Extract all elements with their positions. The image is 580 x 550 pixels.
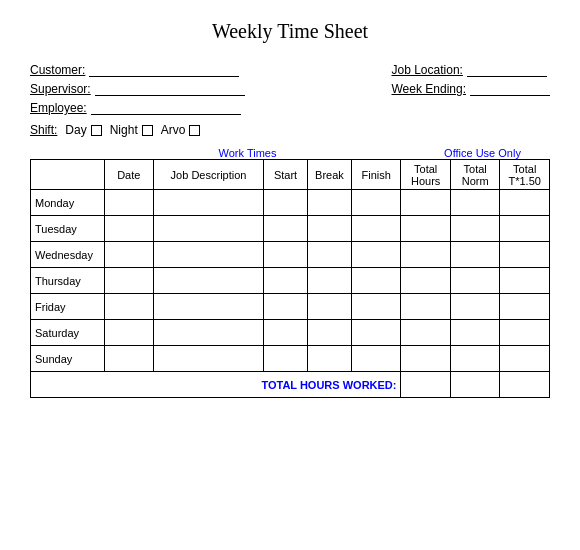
supervisor-row: Supervisor:	[30, 82, 245, 96]
data-cell[interactable]	[154, 294, 264, 320]
data-cell[interactable]	[154, 268, 264, 294]
table-row: Tuesday	[31, 216, 550, 242]
data-cell[interactable]	[500, 346, 550, 372]
table-row: Thursday	[31, 268, 550, 294]
shift-night-label: Night	[110, 123, 138, 137]
data-cell[interactable]	[401, 190, 450, 216]
data-cell[interactable]	[401, 268, 450, 294]
data-cell[interactable]	[154, 346, 264, 372]
data-cell[interactable]	[104, 190, 153, 216]
table-container: Work Times Office Use Only Date Job Desc…	[30, 147, 550, 398]
data-cell[interactable]	[308, 268, 352, 294]
shift-day-checkbox[interactable]	[91, 125, 102, 136]
data-cell[interactable]	[104, 268, 153, 294]
supervisor-label: Supervisor:	[30, 82, 91, 96]
shift-night-checkbox[interactable]	[142, 125, 153, 136]
data-cell[interactable]	[450, 320, 499, 346]
data-cell[interactable]	[264, 216, 308, 242]
data-cell[interactable]	[308, 346, 352, 372]
data-cell[interactable]	[450, 346, 499, 372]
data-cell[interactable]	[154, 242, 264, 268]
data-cell[interactable]	[104, 346, 153, 372]
data-cell[interactable]	[104, 216, 153, 242]
column-header-row: Date Job Description Start Break Finish …	[31, 160, 550, 190]
data-cell[interactable]	[308, 320, 352, 346]
data-cell[interactable]	[450, 294, 499, 320]
data-cell[interactable]	[500, 242, 550, 268]
customer-input-line	[89, 63, 239, 77]
day-cell-friday: Friday	[31, 294, 105, 320]
data-cell[interactable]	[351, 320, 400, 346]
total-hours-label: TOTAL HOURS WORKED:	[31, 372, 401, 398]
data-cell[interactable]	[351, 216, 400, 242]
shift-day-group: Day	[65, 123, 101, 137]
data-cell[interactable]	[104, 294, 153, 320]
data-cell[interactable]	[264, 190, 308, 216]
data-cell[interactable]	[264, 268, 308, 294]
work-times-header: Work Times	[30, 147, 415, 159]
data-cell[interactable]	[401, 216, 450, 242]
employee-label: Employee:	[30, 101, 87, 115]
total-value-cell[interactable]	[500, 372, 550, 398]
job-location-input-line	[467, 63, 547, 77]
office-use-header: Office Use Only	[415, 147, 550, 159]
total-value-cell[interactable]	[401, 372, 450, 398]
shift-arvo-label: Arvo	[161, 123, 186, 137]
data-cell[interactable]	[401, 346, 450, 372]
data-cell[interactable]	[351, 294, 400, 320]
form-left: Customer: Supervisor: Employee: Shift: D…	[30, 63, 245, 137]
data-cell[interactable]	[500, 268, 550, 294]
data-cell[interactable]	[500, 190, 550, 216]
data-cell[interactable]	[500, 216, 550, 242]
employee-input-line	[91, 101, 241, 115]
data-cell[interactable]	[401, 294, 450, 320]
total-row: TOTAL HOURS WORKED:	[31, 372, 550, 398]
data-cell[interactable]	[264, 346, 308, 372]
data-cell[interactable]	[154, 190, 264, 216]
data-cell[interactable]	[500, 320, 550, 346]
table-row: Saturday	[31, 320, 550, 346]
day-cell-wednesday: Wednesday	[31, 242, 105, 268]
data-cell[interactable]	[351, 190, 400, 216]
data-cell[interactable]	[450, 268, 499, 294]
data-cell[interactable]	[351, 268, 400, 294]
data-cell[interactable]	[154, 320, 264, 346]
week-ending-input-line	[470, 82, 550, 96]
data-cell[interactable]	[450, 242, 499, 268]
data-cell[interactable]	[264, 294, 308, 320]
data-cell[interactable]	[450, 190, 499, 216]
col-job-desc: Job Description	[154, 160, 264, 190]
data-cell[interactable]	[104, 242, 153, 268]
data-cell[interactable]	[351, 242, 400, 268]
data-cell[interactable]	[264, 320, 308, 346]
data-cell[interactable]	[308, 190, 352, 216]
job-location-row: Job Location:	[392, 63, 551, 77]
data-cell[interactable]	[308, 294, 352, 320]
day-cell-sunday: Sunday	[31, 346, 105, 372]
data-cell[interactable]	[500, 294, 550, 320]
shift-arvo-checkbox[interactable]	[189, 125, 200, 136]
data-cell[interactable]	[450, 216, 499, 242]
timesheet-table: Date Job Description Start Break Finish …	[30, 159, 550, 398]
customer-label: Customer:	[30, 63, 85, 77]
col-total-norm: Total Norm	[450, 160, 499, 190]
table-row: Friday	[31, 294, 550, 320]
data-cell[interactable]	[154, 216, 264, 242]
shift-night-group: Night	[110, 123, 153, 137]
data-cell[interactable]	[401, 242, 450, 268]
col-finish: Finish	[351, 160, 400, 190]
day-cell-thursday: Thursday	[31, 268, 105, 294]
data-cell[interactable]	[351, 346, 400, 372]
customer-row: Customer:	[30, 63, 245, 77]
data-cell[interactable]	[401, 320, 450, 346]
data-cell[interactable]	[264, 242, 308, 268]
data-cell[interactable]	[308, 242, 352, 268]
data-cell[interactable]	[308, 216, 352, 242]
day-cell-tuesday: Tuesday	[31, 216, 105, 242]
data-cell[interactable]	[104, 320, 153, 346]
shift-day-label: Day	[65, 123, 86, 137]
job-location-label: Job Location:	[392, 63, 463, 77]
form-right: Job Location: Week Ending:	[392, 63, 551, 137]
total-value-cell[interactable]	[450, 372, 499, 398]
day-cell-saturday: Saturday	[31, 320, 105, 346]
